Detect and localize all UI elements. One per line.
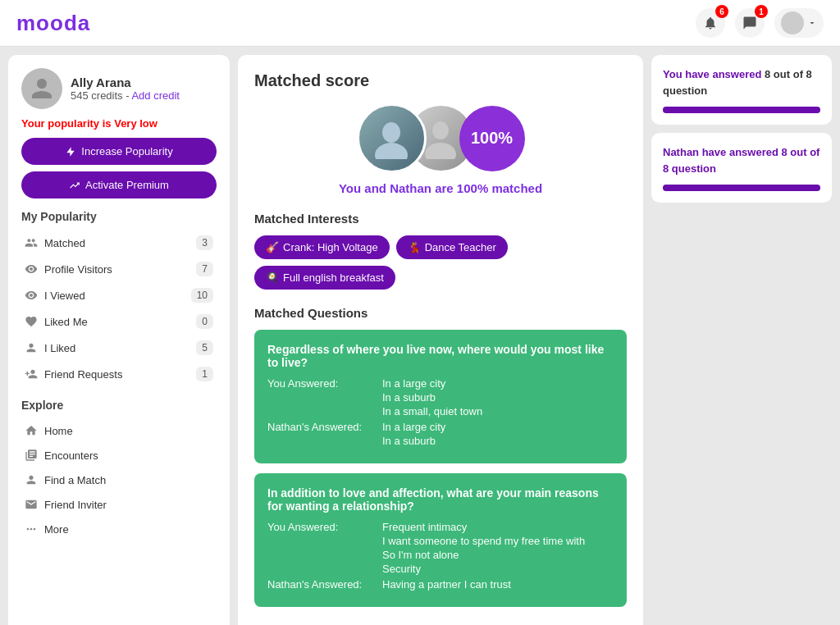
- sidebar-item-liked-me[interactable]: Liked Me 0: [21, 308, 217, 335]
- sidebar-item-friend-inviter[interactable]: Friend Inviter: [21, 492, 217, 517]
- chevron-down-icon: [807, 18, 817, 28]
- match-text: You and Nathan are 100% matched: [254, 181, 627, 195]
- increase-popularity-button[interactable]: Increase Popularity: [21, 138, 217, 165]
- nathan-progress-fill: [663, 185, 820, 191]
- user-info: Ally Arana 545 credits - Add credit: [21, 68, 217, 109]
- user-profile-pic: [357, 103, 427, 173]
- interests-list: 🎸 Crank: High Voltage 💃 Dance Teacher 🍳 …: [254, 235, 627, 290]
- svg-point-3: [425, 143, 456, 159]
- person-icon: [25, 341, 38, 354]
- match-percent-badge: 100%: [459, 106, 525, 171]
- notifications-badge: 6: [715, 5, 728, 18]
- nathan-answers-card: Nathan have answered 8 out of 8 question: [651, 133, 832, 203]
- sidebar-item-friend-requests[interactable]: Friend Requests 1: [21, 361, 217, 387]
- heart-icon: [25, 315, 38, 328]
- match-avatars: 100%: [254, 103, 627, 173]
- lightning-icon: [65, 146, 76, 157]
- user-credits: 545 credits - Add credit: [71, 89, 180, 102]
- you-progress-fill: [663, 107, 820, 113]
- interest-tag-2: 🍳 Full english breakfast: [254, 266, 395, 290]
- sidebar-item-i-viewed[interactable]: I Viewed 10: [21, 282, 217, 308]
- you-progress-bg: [663, 107, 820, 113]
- messages-badge: 1: [755, 5, 768, 18]
- svg-point-1: [375, 143, 408, 159]
- sidebar-item-more[interactable]: More: [21, 517, 217, 541]
- header: mooda 6 1: [0, 0, 840, 47]
- explore-title: Explore: [21, 399, 217, 412]
- sidebar-item-profile-visitors[interactable]: Profile Visitors 7: [21, 256, 217, 282]
- question-card-0: Regardless of where you live now, where …: [254, 330, 627, 463]
- user-profile-silhouette: [371, 118, 412, 159]
- user-avatar: [21, 68, 62, 109]
- question-card-1: In addition to love and affection, what …: [254, 473, 627, 607]
- interests-title: Matched Interests: [254, 212, 627, 226]
- message-icon: [742, 16, 757, 30]
- you-answers-card: You have answered 8 out of 8 question: [651, 55, 832, 125]
- nathan-progress-bg: [663, 185, 820, 191]
- interest-tag-0: 🎸 Crank: High Voltage: [254, 235, 390, 259]
- sidebar-item-find-match[interactable]: Find a Match: [21, 468, 217, 492]
- matched-score-title: Matched score: [254, 71, 627, 90]
- eye-icon: [25, 262, 38, 276]
- encounters-icon: [25, 449, 38, 462]
- eye2-icon: [25, 289, 38, 302]
- user-avatar-small: [781, 11, 804, 34]
- popularity-text: Your popularity is Very low: [21, 117, 217, 130]
- main-layout: Ally Arana 545 credits - Add credit Your…: [0, 47, 840, 625]
- home-icon: [25, 424, 38, 437]
- main-content: Matched score 100%: [238, 55, 643, 625]
- sidebar-item-matched[interactable]: Matched 3: [21, 230, 217, 256]
- bell-icon: [703, 16, 718, 30]
- add-credit-link[interactable]: Add credit: [131, 89, 180, 102]
- more-icon: [25, 522, 38, 536]
- messages-button[interactable]: 1: [735, 8, 765, 38]
- person-add-icon: [25, 367, 38, 381]
- find-match-icon: [25, 473, 38, 486]
- activate-premium-button[interactable]: Activate Premium: [21, 171, 217, 198]
- header-icons: 6 1: [696, 8, 824, 38]
- user-name: Ally Arana: [71, 75, 180, 89]
- matched-icon: [25, 236, 38, 249]
- user-avatar-icon: [30, 76, 54, 101]
- user-menu-button[interactable]: [774, 8, 824, 38]
- interest-tag-1: 💃 Dance Teacher: [396, 235, 508, 259]
- match-profile-silhouette: [420, 118, 461, 159]
- right-panel: You have answered 8 out of 8 question Na…: [651, 55, 832, 625]
- trend-icon: [69, 180, 80, 191]
- my-popularity-title: My Popularity: [21, 210, 217, 223]
- svg-point-2: [432, 121, 449, 139]
- svg-point-0: [382, 122, 400, 143]
- sidebar-item-i-liked[interactable]: I Liked 5: [21, 335, 217, 361]
- sidebar: Ally Arana 545 credits - Add credit Your…: [8, 55, 230, 625]
- notifications-button[interactable]: 6: [696, 8, 725, 38]
- sidebar-item-encounters[interactable]: Encounters: [21, 443, 217, 468]
- mail-icon: [25, 498, 38, 511]
- questions-title: Matched Questions: [254, 306, 627, 320]
- sidebar-item-home[interactable]: Home: [21, 418, 217, 443]
- logo: mooda: [16, 11, 90, 36]
